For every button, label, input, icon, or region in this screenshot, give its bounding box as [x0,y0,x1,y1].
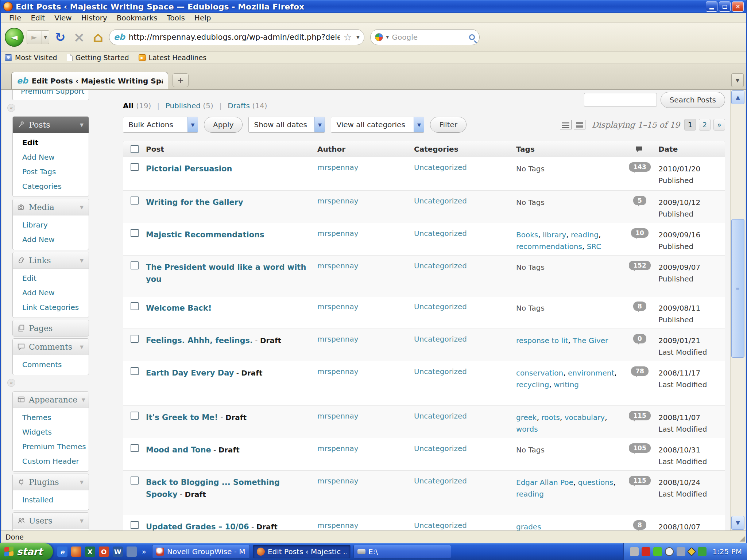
chevron-down-icon[interactable]: ▼ [78,518,86,524]
row-checkbox[interactable] [131,521,139,529]
tag-link[interactable]: recommendations [516,242,582,251]
row-checkbox[interactable] [131,412,139,420]
bookmark-star-icon[interactable]: ☆ [343,32,352,43]
tag-link[interactable]: recycling [516,380,549,389]
column-header-categories[interactable]: Categories [412,143,514,155]
tag-link[interactable]: Edgar Allan Poe [516,478,573,487]
post-title-link[interactable]: The President would like a word with you [146,263,306,284]
excel-icon[interactable]: X [85,547,95,557]
reload-button[interactable]: ↻ [52,29,68,45]
author-link[interactable]: mrspennay [317,521,359,530]
sidebar-item-widgets[interactable]: Widgets [13,425,89,439]
quick-launch-overflow-icon[interactable]: » [140,547,148,556]
tag-link[interactable]: response to lit [516,336,568,345]
author-link[interactable]: mrspennay [317,412,359,420]
sidebar-item-themes[interactable]: Themes [13,410,89,425]
row-checkbox[interactable] [131,302,139,310]
tray-icon-4[interactable] [665,547,674,556]
categories-filter-select[interactable]: View all categories▼ [331,117,424,133]
sidebar-header-plugins[interactable]: Plugins▼ [13,474,89,490]
search-bar[interactable]: ▼ Google [370,29,480,45]
category-link[interactable]: Uncategorized [414,367,467,376]
comment-count-bubble[interactable]: 78 [631,366,649,376]
excerpt-view-icon[interactable] [574,120,585,129]
comment-count-bubble[interactable]: 8 [633,302,646,311]
dates-filter-select[interactable]: Show all dates▼ [248,117,325,133]
sidebar-item-premium-themes[interactable]: Premium Themes [13,439,89,454]
author-link[interactable]: mrspennay [317,444,359,453]
sidebar-item-installed[interactable]: Installed [13,493,89,507]
tag-link[interactable]: The Giver [573,336,608,345]
filter-drafts[interactable]: Drafts (14) [228,101,267,110]
author-link[interactable]: mrspennay [317,335,359,343]
collapse-arrow-icon[interactable]: « [7,379,15,387]
scroll-down-icon[interactable]: ▼ [731,516,744,530]
post-title-link[interactable]: Mood and Tone [146,446,211,454]
engine-dropdown-icon[interactable]: ▼ [386,35,389,39]
close-button[interactable]: ✕ [732,1,744,12]
row-checkbox[interactable] [131,229,139,237]
filter-all[interactable]: All (19) [123,101,151,110]
sidebar-header-appearance[interactable]: Appearance▼ [13,392,89,408]
author-link[interactable]: mrspennay [317,477,359,485]
tray-icon-volume[interactable] [677,547,685,556]
menu-history[interactable]: History [77,13,112,23]
sidebar-item-post-tags[interactable]: Post Tags [13,164,89,179]
tag-link[interactable]: Books [516,230,538,239]
tab-list-dropdown-icon[interactable]: ▼ [731,73,744,87]
taskbar-window-groupwise[interactable]: Novell GroupWise - M... [152,545,250,559]
tray-icon-update-shield[interactable] [653,547,662,556]
post-title-link[interactable]: Earth Day Every Day [146,369,234,377]
page-2-button[interactable]: 2 [699,119,711,131]
stop-button[interactable]: × [71,29,87,45]
post-title-link[interactable]: Feelings. Ahhh, feelings. [146,336,253,345]
category-link[interactable]: Uncategorized [414,444,467,453]
author-link[interactable]: mrspennay [317,229,359,238]
comment-count-bubble[interactable]: 5 [633,196,646,205]
tag-link[interactable]: greek [516,413,537,422]
sidebar-header-posts[interactable]: Posts▼ [13,117,89,133]
post-title-link[interactable]: Welcome Back! [146,304,212,312]
category-link[interactable]: Uncategorized [414,163,467,172]
search-posts-input[interactable] [584,93,657,107]
minimize-button[interactable] [706,1,717,12]
sidebar-item-link-categories[interactable]: Link Categories [13,300,89,315]
bulk-actions-select[interactable]: Bulk Actions▼ [123,117,198,133]
category-link[interactable]: Uncategorized [414,477,467,485]
menu-help[interactable]: Help [190,13,216,23]
tag-link[interactable]: conservation [516,369,563,377]
page-1-button[interactable]: 1 [684,119,696,131]
tag-link[interactable]: SRC [587,242,601,251]
tag-link[interactable]: writing [554,380,579,389]
next-pages-button[interactable]: » [713,119,725,131]
category-link[interactable]: Uncategorized [414,261,467,270]
sidebar-item-library[interactable]: Library [13,218,89,232]
menu-bookmarks[interactable]: Bookmarks [112,13,162,23]
tray-icon-warning[interactable] [687,547,696,556]
column-header-post[interactable]: Post [144,143,315,155]
bookmark-getting-started[interactable]: Getting Started [67,54,129,62]
row-checkbox[interactable] [131,367,139,375]
column-header-date[interactable]: Date [656,143,725,155]
author-link[interactable]: mrspennay [317,302,359,311]
outlook-icon[interactable]: O [99,547,109,557]
history-dropdown-icon[interactable]: ▼ [42,30,49,44]
post-title-link[interactable]: Writing for the Gallery [146,198,243,207]
sidebar-item-edit[interactable]: Edit [13,271,89,285]
firefox-icon[interactable] [71,547,81,557]
column-header-author[interactable]: Author [315,143,412,155]
row-checkbox[interactable] [131,261,139,269]
restore-button[interactable] [719,1,731,12]
menu-edit[interactable]: Edit [26,13,49,23]
sidebar-item-custom-header[interactable]: Custom Header [13,454,89,468]
row-checkbox[interactable] [131,444,139,452]
post-title-link[interactable]: Majestic Recommendations [146,230,264,239]
sidebar-item-categories[interactable]: Categories [13,179,89,194]
comment-count-bubble[interactable]: 115 [629,476,651,485]
vertical-scrollbar[interactable]: ▲ ≡ ▼ [730,90,745,530]
url-dropdown-icon[interactable]: ▼ [356,35,360,40]
sidebar-header-comments[interactable]: Comments▼ [13,339,89,355]
search-icon[interactable] [469,34,475,40]
category-link[interactable]: Uncategorized [414,302,467,311]
sidebar-header-media[interactable]: Media▼ [13,199,89,215]
